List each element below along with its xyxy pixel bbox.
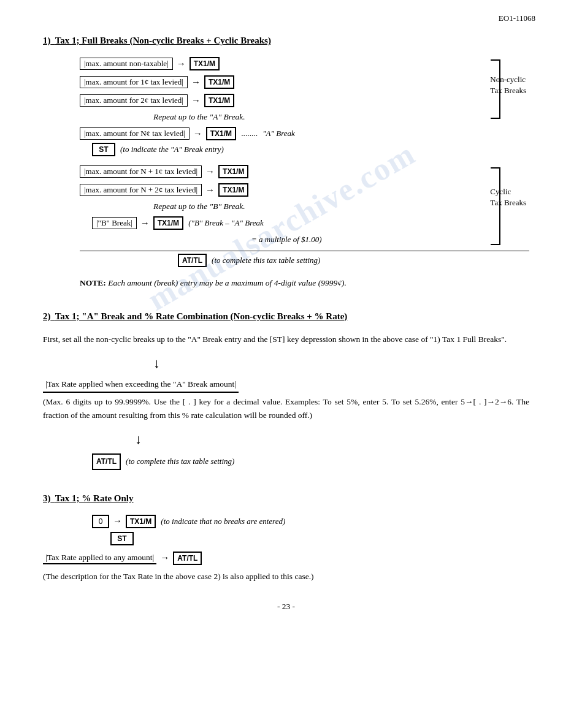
section3-note: (The description for the Tax Rate in the… [43,570,529,583]
section2-at-tl: AT/TL (to complete this tax table settin… [92,453,529,470]
section3-zero-row: 0 → TX1/M (to indicate that no breaks ar… [92,515,529,528]
section2-body: First, set all the non-cyclic breaks up … [43,333,529,470]
n1c-row: |max. amount for N + 1¢ tax levied| → TX… [80,165,435,178]
section3-title: 3) Tax 1; % Rate Only [43,493,529,504]
st-row: ST (to indicate the "A" Break entry) [92,143,435,156]
section1-title: 1) Tax 1; Full Breaks (Non-cyclic Breaks… [43,36,529,46]
page-number: - 23 - [43,602,529,612]
hr1 [80,251,529,251]
diagram-row-1: |max. amount non-taxable| → TX1/M [80,57,435,70]
at-tl-row-1: AT/TL (to complete this tax table settin… [178,254,529,267]
section2-para2: (Max. 6 digits up to 99.9999%. Use the [… [43,395,529,422]
diagram-row-2: |max. amount for 1¢ tax levied| → TX1/M [80,75,435,89]
b-break-row: |"B" Break| → TX1/M ("B" Break – "A" Bre… [92,216,435,230]
a-break-row: |max. amount for N¢ tax levied| → TX1/M … [80,127,435,140]
cyclic-label: CyclicTax Breaks [490,186,526,208]
doc-id: EO1-11068 [499,13,535,23]
b-break-note2: = a multiple of $1.00) [251,235,435,245]
section3-tax-rate-row: |Tax Rate applied to any amount| → AT/TL [43,552,529,565]
section2-title: 2) Tax 1; "A" Break and % Rate Combinati… [43,311,529,322]
diagram-row-3: |max. amount for 2¢ tax levied| → TX1/M [80,94,435,107]
section3-st-row: ST [110,532,529,545]
noncyclic-label: Non-cyclicTax Breaks [490,74,526,96]
section2-para1: First, set all the non-cyclic breaks up … [43,333,529,346]
down-arrow-2: ↓ [135,428,529,450]
tax-rate-label-2: |Tax Rate applied when exceeding the "A"… [43,376,529,393]
n2c-row: |max. amount for N + 2¢ tax levied| → TX… [80,183,435,197]
down-arrow-1: ↓ [153,352,529,374]
repeat2: Repeat up to the "B" Break. [153,202,435,211]
repeat1: Repeat up to the "A" Break. [153,112,435,122]
section1-note: NOTE: Each amount (break) entry may be a… [80,278,529,288]
